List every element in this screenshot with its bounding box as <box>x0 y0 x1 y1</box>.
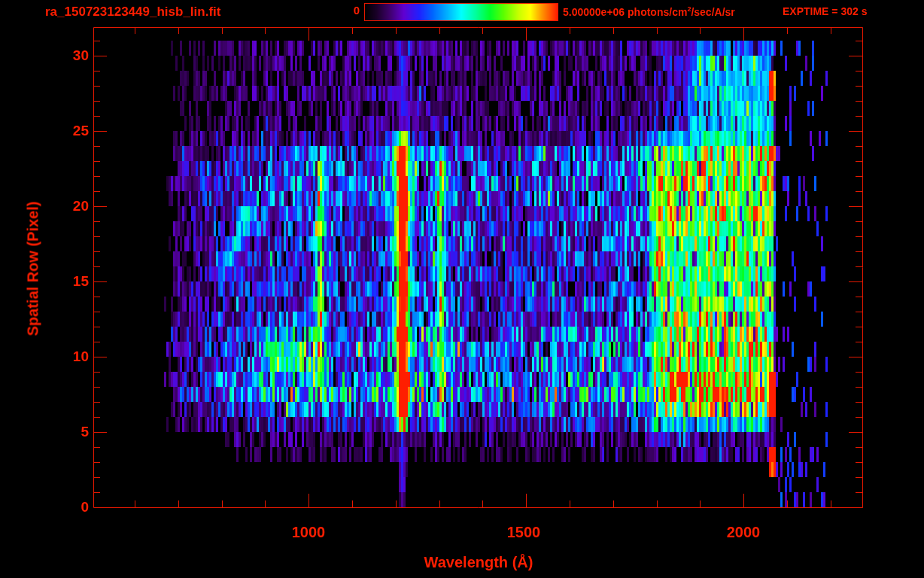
y-axis-title: Spatial Row (Pixel) <box>25 202 42 336</box>
ytick-label-0: 0 <box>44 500 89 515</box>
spectrum-heatmap-canvas <box>0 0 924 578</box>
colorbar-min-label: 0 <box>337 4 360 17</box>
plot-title: ra_150723123449_hisb_lin.fit <box>45 5 220 20</box>
xtick-label-1000: 1000 <box>292 524 326 541</box>
ytick-label-5: 5 <box>44 424 89 440</box>
xtick-label-1500: 1500 <box>507 524 541 541</box>
ytick-label-30: 30 <box>44 48 89 63</box>
ytick-label-15: 15 <box>44 274 89 289</box>
ytick-label-20: 20 <box>44 199 89 214</box>
colorbar-max-label: 5.00000e+06 photons/cm2/sec/A/sr <box>563 5 735 18</box>
colorbar-max-value: 5.00000e+06 <box>563 6 625 18</box>
exptime-label: EXPTIME = 302 s <box>783 5 867 17</box>
colorbar-gradient <box>365 4 558 20</box>
ytick-label-25: 25 <box>44 123 89 138</box>
x-axis-title: Wavelength (Å) <box>424 554 533 571</box>
colorbar-units-post: /sec/A/sr <box>691 6 734 18</box>
ytick-label-10: 10 <box>44 349 89 364</box>
colorbar-units-pre: photons/cm <box>625 6 687 18</box>
xtick-label-2000: 2000 <box>727 524 761 541</box>
idl-plot-window: ra_150723123449_hisb_lin.fit 0 5.00000e+… <box>0 0 924 578</box>
colorbar <box>364 3 558 21</box>
